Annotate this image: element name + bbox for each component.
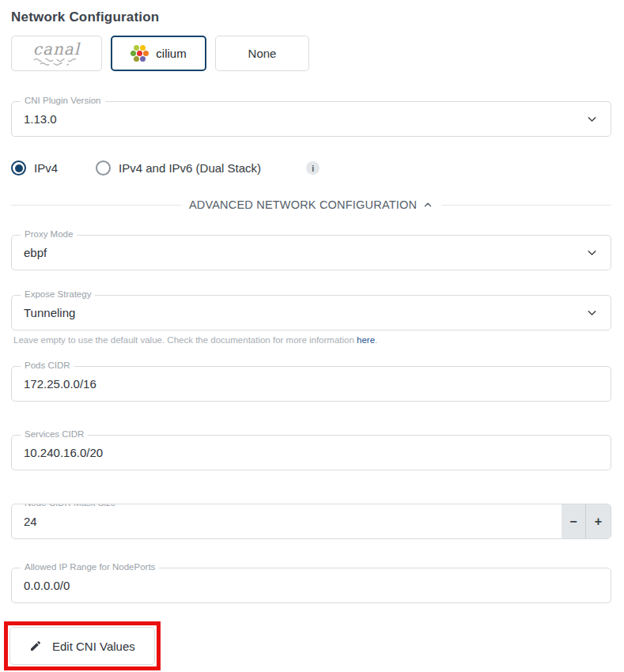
radio-dual-stack[interactable]: IPv4 and IPv6 (Dual Stack) <box>96 160 261 176</box>
chevron-down-icon <box>585 246 599 259</box>
advanced-section-title: ADVANCED NETWORK CONFIGURATION <box>189 198 417 211</box>
pods-cidr-field: Pods CIDR <box>11 366 611 402</box>
none-label: None <box>248 47 277 60</box>
divider-line <box>441 205 611 206</box>
decrement-button[interactable]: − <box>562 504 586 538</box>
cni-option-cilium[interactable]: cilium <box>111 36 206 71</box>
node-cidr-mask-size-label: Node CIDR Mask Size <box>21 504 119 508</box>
pods-cidr-input[interactable] <box>24 367 599 401</box>
cni-plugin-version-label: CNI Plugin Version <box>21 96 105 105</box>
allowed-ip-range-field: Allowed IP Range for NodePorts <box>11 568 611 603</box>
proxy-mode-select[interactable]: Proxy Mode ebpf <box>11 235 611 270</box>
radio-ipv4[interactable]: IPv4 <box>11 160 58 176</box>
allowed-ip-range-label: Allowed IP Range for NodePorts <box>21 562 159 572</box>
info-icon[interactable]: i <box>306 161 320 175</box>
number-stepper: − + <box>562 504 611 538</box>
red-annotation-box: Edit CNI Values <box>4 621 161 670</box>
allowed-ip-range-input[interactable] <box>24 568 599 602</box>
radio-dual-stack-label: IPv4 and IPv6 (Dual Stack) <box>119 161 261 175</box>
canal-waves-icon <box>33 58 79 66</box>
canal-logo: canal <box>33 41 80 66</box>
expose-strategy-hint: Leave empty to use the default value. Ch… <box>11 335 611 345</box>
documentation-link[interactable]: here <box>357 335 375 345</box>
advanced-network-configuration-header: ADVANCED NETWORK CONFIGURATION <box>11 198 611 211</box>
proxy-mode-value: ebpf <box>24 246 47 259</box>
services-cidr-field: Services CIDR <box>11 435 611 470</box>
expose-strategy-select[interactable]: Expose Strategy Tunneling <box>11 295 611 330</box>
expose-strategy-value: Tunneling <box>24 306 75 319</box>
node-cidr-mask-size-input[interactable] <box>24 504 562 538</box>
hint-text: Leave empty to use the default value. Ch… <box>13 335 357 345</box>
radio-unselected-icon <box>96 160 111 176</box>
cni-option-none[interactable]: None <box>215 36 309 71</box>
pencil-icon <box>29 640 42 652</box>
node-cidr-mask-size-field: Node CIDR Mask Size − + <box>11 504 611 539</box>
page-title: Network Configuration <box>11 9 611 25</box>
increment-button[interactable]: + <box>586 504 611 538</box>
services-cidr-label: Services CIDR <box>21 429 88 439</box>
cni-plugin-version-select[interactable]: CNI Plugin Version 1.13.0 <box>11 101 611 137</box>
radio-selected-icon <box>11 160 26 176</box>
expose-strategy-label: Expose Strategy <box>21 289 95 299</box>
chevron-down-icon <box>585 112 599 126</box>
pods-cidr-label: Pods CIDR <box>21 361 74 370</box>
chevron-down-icon <box>585 306 599 319</box>
cilium-label: cilium <box>156 47 186 60</box>
services-cidr-input[interactable] <box>24 436 599 470</box>
proxy-mode-label: Proxy Mode <box>21 229 77 239</box>
cilium-logo-icon <box>130 45 149 62</box>
ip-family-radio-group: IPv4 IPv4 and IPv6 (Dual Stack) i <box>11 160 611 176</box>
cni-plugin-selector: canal cilium None <box>11 36 611 71</box>
hint-period: . <box>375 335 377 345</box>
cni-plugin-version-value: 1.13.0 <box>24 112 57 126</box>
cni-option-canal[interactable]: canal <box>11 36 102 71</box>
edit-cni-values-label: Edit CNI Values <box>52 640 135 653</box>
advanced-section-toggle[interactable]: ADVANCED NETWORK CONFIGURATION <box>181 198 441 211</box>
chevron-up-icon <box>422 199 433 210</box>
canal-wordmark: canal <box>33 41 80 57</box>
divider-line <box>11 205 181 206</box>
radio-ipv4-label: IPv4 <box>34 161 58 175</box>
edit-cni-values-button[interactable]: Edit CNI Values <box>9 627 155 665</box>
